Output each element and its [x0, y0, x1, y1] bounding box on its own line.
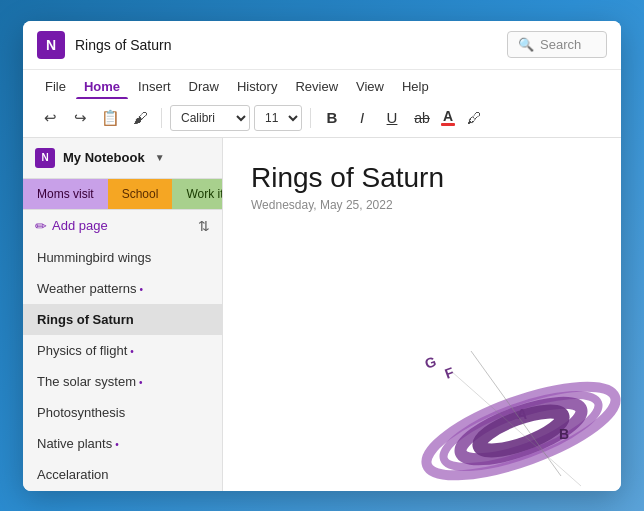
strikethrough-button[interactable]: ab [409, 105, 435, 131]
section-tabs: Moms visit School Work items Sciences Wr… [23, 179, 222, 210]
menu-file[interactable]: File [37, 74, 74, 99]
sidebar: N My Notebook ▼ Moms visit School Work i… [23, 138, 223, 491]
ring-g-label: G [423, 353, 439, 372]
rings-diagram: G F A B [411, 311, 621, 491]
menu-review[interactable]: Review [287, 74, 346, 99]
unread-dot: • [139, 284, 143, 295]
toolbar: ↩ ↪ 📋 🖌 Calibri 11 B I U ab A 🖊 [23, 99, 621, 138]
page-item-label: Weather patterns [37, 281, 136, 296]
paste-button[interactable]: 📋 [97, 105, 123, 131]
italic-icon: I [360, 109, 364, 126]
page-item-label: Accelaration [37, 467, 109, 482]
list-item[interactable]: Hummingbird wings [23, 242, 222, 273]
saturn-rings-svg: G F A B [411, 311, 621, 491]
menu-history[interactable]: History [229, 74, 285, 99]
page-item-label: Photosynthesis [37, 405, 125, 420]
undo-button[interactable]: ↩ [37, 105, 63, 131]
notebook-header: N My Notebook ▼ [23, 138, 222, 179]
app-window: N Rings of Saturn 🔍 Search File Home Ins… [23, 21, 621, 491]
underline-button[interactable]: U [379, 105, 405, 131]
unread-dot: • [130, 346, 134, 357]
onenote-logo: N [37, 31, 65, 59]
menu-view[interactable]: View [348, 74, 392, 99]
toolbar-divider-1 [161, 108, 162, 128]
add-page-button[interactable]: ✏ Add page [35, 218, 108, 234]
notebook-area: N My Notebook ▼ Moms visit School Work i… [23, 138, 621, 491]
menu-home[interactable]: Home [76, 74, 128, 99]
search-box[interactable]: 🔍 Search [507, 31, 607, 58]
add-page-row: ✏ Add page ⇅ [23, 210, 222, 242]
page-date: Wednesday, May 25, 2022 [251, 198, 593, 212]
list-item[interactable]: Accelaration [23, 459, 222, 490]
italic-button[interactable]: I [349, 105, 375, 131]
sort-icon: ⇅ [198, 218, 210, 234]
bold-icon: B [327, 109, 338, 126]
page-item-label: Native plants [37, 436, 112, 451]
ring-a-label: A [517, 406, 527, 422]
list-item[interactable]: The solar system• [23, 366, 222, 397]
search-label: Search [540, 37, 581, 52]
page-item-label: Rings of Saturn [37, 312, 134, 327]
ring-f-label: F [443, 363, 457, 381]
tab-moms-visit[interactable]: Moms visit [23, 179, 108, 209]
strikethrough-icon: ab [414, 110, 430, 126]
redo-button[interactable]: ↪ [67, 105, 93, 131]
format-painter-button[interactable]: 🖌 [127, 105, 153, 131]
content-body[interactable]: Rings of Saturn Wednesday, May 25, 2022 [223, 138, 621, 491]
sort-button[interactable]: ⇅ [198, 218, 210, 234]
tab-work-items[interactable]: Work items [172, 179, 222, 209]
tab-school[interactable]: School [108, 179, 173, 209]
menu-insert[interactable]: Insert [130, 74, 179, 99]
unread-dot: • [115, 439, 119, 450]
window-title: Rings of Saturn [75, 37, 497, 53]
content-area: Rings of Saturn Wednesday, May 25, 2022 [223, 138, 621, 491]
page-title: Rings of Saturn [251, 162, 593, 194]
font-size-selector[interactable]: 11 [254, 105, 302, 131]
title-bar: N Rings of Saturn 🔍 Search [23, 21, 621, 70]
notebook-name: My Notebook [63, 150, 145, 165]
list-item[interactable]: Native plants• [23, 428, 222, 459]
unread-dot: • [139, 377, 143, 388]
add-page-label: Add page [52, 218, 108, 233]
list-item[interactable]: Weather patterns• [23, 273, 222, 304]
menu-bar: File Home Insert Draw History Review Vie… [23, 70, 621, 99]
notebook-icon: N [35, 148, 55, 168]
page-item-label: Physics of flight [37, 343, 127, 358]
font-color-bar [441, 123, 455, 126]
ring-b-label: B [559, 426, 569, 442]
font-selector[interactable]: Calibri [170, 105, 250, 131]
add-page-icon: ✏ [35, 218, 47, 234]
toolbar-divider-2 [310, 108, 311, 128]
font-color-button[interactable]: A [439, 107, 457, 128]
font-color-icon: A [443, 109, 453, 123]
page-list: Hummingbird wings Weather patterns• Ring… [23, 242, 222, 491]
list-item[interactable]: Photosynthesis [23, 397, 222, 428]
bold-button[interactable]: B [319, 105, 345, 131]
menu-draw[interactable]: Draw [181, 74, 227, 99]
page-item-label: The solar system [37, 374, 136, 389]
page-item-label: Hummingbird wings [37, 250, 151, 265]
search-icon: 🔍 [518, 37, 534, 52]
list-item-active[interactable]: Rings of Saturn [23, 304, 222, 335]
menu-help[interactable]: Help [394, 74, 437, 99]
highlight-button[interactable]: 🖊 [461, 105, 487, 131]
svg-point-0 [417, 368, 621, 490]
list-item[interactable]: Physics of flight• [23, 335, 222, 366]
underline-icon: U [387, 109, 398, 126]
chevron-down-icon[interactable]: ▼ [155, 152, 165, 163]
